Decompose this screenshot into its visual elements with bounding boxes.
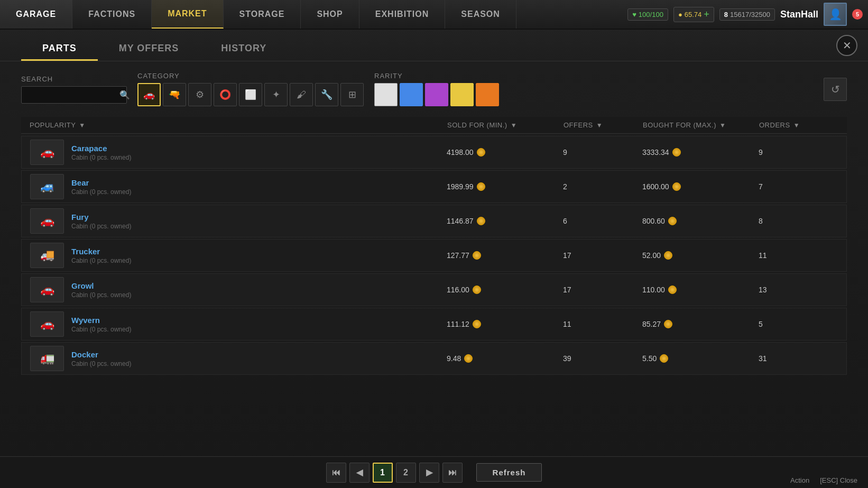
col-popularity[interactable]: Popularity ▼	[30, 121, 447, 129]
nav-garage[interactable]: Garage	[0, 0, 72, 29]
offers-cell: 39	[563, 354, 642, 363]
nav-season[interactable]: Season	[445, 0, 516, 29]
search-box[interactable]: 🔍	[21, 86, 127, 104]
col-sold-for[interactable]: Sold for (min.) ▼	[447, 121, 564, 129]
bought-for-cell: 110.00	[642, 286, 759, 294]
category-misc[interactable]: ⊞	[340, 83, 364, 106]
orders-cell: 9	[759, 148, 838, 156]
table-row[interactable]: 🚗 Growl Cabin (0 pcs. owned) 116.00 17 1…	[21, 273, 847, 306]
item-sub: Cabin (0 pcs. owned)	[71, 360, 131, 367]
table-row[interactable]: 🚗 Carapace Cabin (0 pcs. owned) 4198.00 …	[21, 136, 847, 169]
nav-shop[interactable]: Shop	[301, 0, 359, 29]
category-module[interactable]: ⬜	[239, 83, 262, 106]
xp-box: 8 15617/32500	[719, 8, 775, 21]
offers-cell: 9	[563, 148, 642, 156]
coin-icon-sold	[473, 286, 481, 294]
category-barrel[interactable]: ⚙	[188, 83, 211, 106]
level-badge: 8	[724, 11, 728, 19]
item-thumbnail: 🚛	[30, 346, 64, 371]
item-sub: Cabin (0 pcs. owned)	[71, 326, 131, 333]
rarity-label: Rarity	[374, 72, 499, 80]
rarity-yellow[interactable]	[450, 83, 474, 106]
item-name: Docker	[71, 350, 131, 359]
bought-for-value: 52.00	[642, 251, 661, 260]
page-last[interactable]: ⏭	[442, 463, 463, 483]
page-1[interactable]: 1	[373, 463, 393, 483]
coin-icon-sold	[473, 251, 481, 260]
bought-for-value: 3333.34	[642, 148, 669, 156]
sold-for-cell: 116.00	[447, 286, 563, 294]
item-cell: 🚙 Bear Cabin (0 pcs. owned)	[30, 174, 447, 199]
rarity-orange[interactable]	[476, 83, 499, 106]
item-cell: 🚗 Wyvern Cabin (0 pcs. owned)	[30, 311, 447, 337]
sold-for-value: 116.00	[447, 286, 469, 294]
offers-cell: 17	[563, 251, 642, 260]
bought-for-value: 5.50	[642, 354, 657, 363]
item-cell: 🚗 Growl Cabin (0 pcs. owned)	[30, 277, 447, 302]
coin-icon-sold	[473, 320, 481, 328]
xp-value: 15617/32500	[730, 11, 770, 19]
nav-factions[interactable]: Factions	[72, 0, 152, 29]
col-orders[interactable]: Orders ▼	[759, 121, 838, 129]
bought-for-cell: 800.60	[642, 217, 759, 225]
sort-bought-icon: ▼	[719, 122, 726, 129]
top-nav: Garage Factions Market Storage Shop Exhi…	[0, 0, 868, 30]
tab-parts[interactable]: Parts	[21, 38, 98, 61]
search-icon: 🔍	[119, 90, 130, 100]
category-paint[interactable]: 🖌	[290, 83, 313, 106]
page-first[interactable]: ⏮	[326, 463, 346, 483]
item-cell: 🚛 Docker Cabin (0 pcs. owned)	[30, 346, 447, 371]
sold-for-value: 1146.87	[447, 217, 474, 225]
close-button[interactable]: ✕	[836, 35, 857, 56]
category-wheel[interactable]: ⭕	[214, 83, 237, 106]
col-offers[interactable]: Offers ▼	[564, 121, 643, 129]
item-thumbnail: 🚙	[30, 174, 64, 199]
nav-storage[interactable]: Storage	[224, 0, 301, 29]
table-row[interactable]: 🚚 Trucker Cabin (0 pcs. owned) 127.77 17…	[21, 239, 847, 272]
table-header: Popularity ▼ Sold for (min.) ▼ Offers ▼ …	[21, 117, 847, 134]
sold-for-cell: 4198.00	[447, 148, 563, 156]
refresh-button[interactable]: Refresh	[476, 463, 542, 482]
orders-cell: 13	[759, 286, 838, 294]
add-coins-icon[interactable]: +	[704, 9, 709, 20]
item-name: Fury	[71, 213, 131, 222]
orders-cell: 11	[759, 251, 838, 260]
page-prev[interactable]: ◀	[349, 463, 370, 483]
rarity-blue[interactable]	[400, 83, 423, 106]
tab-history[interactable]: History	[200, 38, 288, 61]
table-row[interactable]: 🚛 Docker Cabin (0 pcs. owned) 9.48 39 5.…	[21, 342, 847, 375]
category-cabin[interactable]: 🚗	[137, 83, 161, 106]
col-bought-for[interactable]: Bought for (max.) ▼	[643, 121, 759, 129]
action-label[interactable]: Action	[790, 476, 809, 484]
table-row[interactable]: 🚗 Fury Cabin (0 pcs. owned) 1146.87 6 80…	[21, 205, 847, 237]
tab-my-offers[interactable]: My offers	[98, 38, 200, 61]
rarity-purple[interactable]	[425, 83, 448, 106]
rarity-white[interactable]	[374, 83, 398, 106]
bought-for-cell: 85.27	[642, 320, 759, 328]
nav-market[interactable]: Market	[152, 0, 223, 29]
item-sub: Cabin (0 pcs. owned)	[71, 188, 131, 196]
coin-icon-sold	[477, 217, 485, 225]
table-row[interactable]: 🚗 Wyvern Cabin (0 pcs. owned) 111.12 11 …	[21, 308, 847, 340]
category-special[interactable]: ✦	[264, 83, 288, 106]
esc-close-label[interactable]: [ESC] Close	[820, 476, 857, 484]
sold-for-value: 9.48	[447, 354, 461, 363]
avatar[interactable]: 👤	[824, 3, 847, 26]
category-gun[interactable]: 🔫	[163, 83, 186, 106]
bought-for-value: 85.27	[642, 320, 661, 328]
item-sub: Cabin (0 pcs. owned)	[71, 257, 131, 264]
item-name: Trucker	[71, 247, 131, 256]
item-thumbnail: 🚗	[30, 208, 64, 234]
coin-icon-bought	[672, 148, 681, 156]
coin-icon-nav: ●	[678, 11, 682, 19]
reset-button[interactable]: ↺	[824, 78, 847, 101]
rarity-icons	[374, 83, 499, 106]
item-sub: Cabin (0 pcs. owned)	[71, 154, 131, 161]
search-input[interactable]	[27, 90, 119, 99]
page-next[interactable]: ▶	[419, 463, 439, 483]
table-row[interactable]: 🚙 Bear Cabin (0 pcs. owned) 1989.99 2 16…	[21, 170, 847, 203]
category-hardware[interactable]: 🔧	[315, 83, 338, 106]
page-2[interactable]: 2	[396, 463, 416, 483]
nav-exhibition[interactable]: Exhibition	[359, 0, 446, 29]
orders-cell: 31	[759, 354, 838, 363]
